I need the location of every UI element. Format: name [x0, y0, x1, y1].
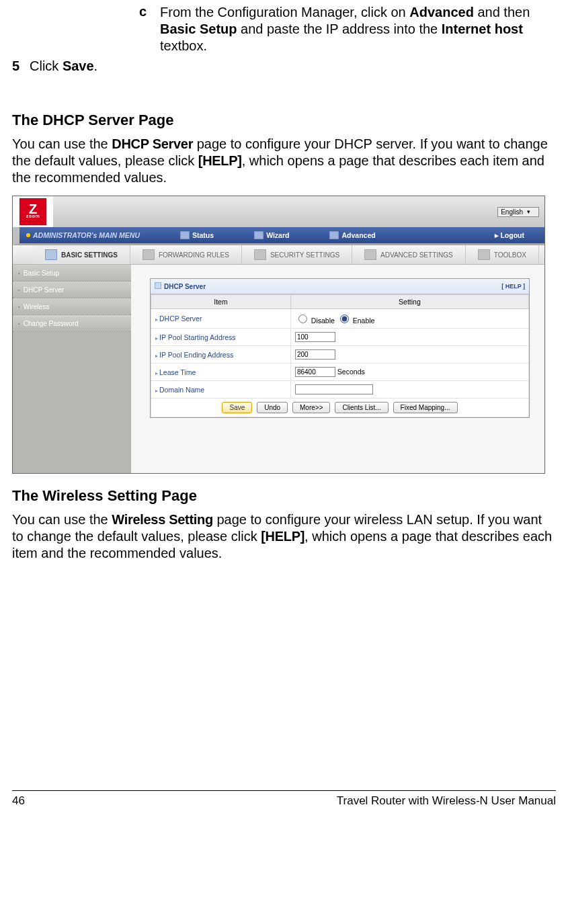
nav-logout[interactable]: ▸ Logout: [475, 231, 544, 239]
dhcp-section-paragraph: You can use the DHCP Server page to conf…: [12, 136, 556, 186]
router-admin-screenshot: Zzoom English ADMINISTRATOR's MAIN MENU …: [12, 196, 545, 474]
zoom-logo: Zzoom: [13, 196, 53, 227]
tab-toolbox[interactable]: TOOLBOX: [466, 245, 539, 264]
sidebar-item-wireless[interactable]: •Wireless: [13, 298, 131, 315]
forwarding-icon: [143, 249, 155, 260]
step-5-text: Click Save.: [30, 58, 97, 74]
basic-settings-icon: [45, 249, 57, 260]
wizard-icon: [254, 231, 263, 239]
nav-advanced[interactable]: Advanced: [309, 231, 395, 239]
wireless-section-paragraph: You can use the Wireless Setting page to…: [12, 511, 556, 562]
more-button[interactable]: More>>: [292, 402, 330, 413]
save-button[interactable]: Save: [222, 402, 252, 413]
language-dropdown[interactable]: English: [497, 207, 539, 217]
dhcp-section-title: The DHCP Server Page: [12, 112, 556, 129]
tab-advanced-settings[interactable]: ADVANCED SETTINGS: [352, 245, 466, 264]
help-link[interactable]: [ HELP ]: [501, 283, 525, 290]
row-ip-start-label: ▸IP Pool Starting Address: [151, 329, 291, 346]
panel-title: DHCP Server: [155, 282, 206, 290]
ip-end-input[interactable]: [295, 349, 335, 360]
domain-input[interactable]: [295, 384, 373, 394]
status-icon: [180, 231, 190, 239]
lease-input[interactable]: [295, 367, 335, 377]
tab-forwarding-rules[interactable]: FORWARDING RULES: [130, 245, 242, 264]
col-setting: Setting: [290, 295, 528, 309]
advanced-settings-icon: [364, 249, 376, 260]
tab-security-settings[interactable]: SECURITY SETTINGS: [242, 245, 352, 264]
main-menu-label: ADMINISTRATOR's MAIN MENU: [33, 231, 140, 239]
clients-list-button[interactable]: Clients List...: [335, 402, 388, 413]
footer-title: Travel Router with Wireless-N User Manua…: [337, 794, 556, 808]
fixed-mapping-button[interactable]: Fixed Mapping...: [393, 402, 458, 413]
ip-start-input[interactable]: [295, 332, 335, 342]
dhcp-enable-radio[interactable]: [340, 314, 349, 323]
security-icon: [254, 249, 266, 260]
sidebar: •Basic Setup •DHCP Server •Wireless •Cha…: [13, 265, 131, 473]
row-dhcp-label: ▸DHCP Server: [151, 309, 291, 329]
tab-basic-settings[interactable]: BASIC SETTINGS: [33, 245, 130, 264]
wireless-section-title: The Wireless Setting Page: [12, 487, 556, 505]
step-5-marker: 5: [12, 58, 23, 74]
row-ip-end-label: ▸IP Pool Ending Address: [151, 346, 291, 364]
nav-status[interactable]: Status: [160, 231, 234, 239]
undo-button[interactable]: Undo: [257, 402, 288, 413]
col-item: Item: [151, 295, 291, 309]
nav-wizard[interactable]: Wizard: [234, 231, 309, 239]
sidebar-item-dhcp-server[interactable]: •DHCP Server: [13, 282, 131, 298]
sidebar-item-basic-setup[interactable]: •Basic Setup: [13, 265, 131, 282]
toolbox-icon: [478, 249, 490, 260]
step-c-marker: c: [12, 4, 160, 54]
dhcp-disable-radio[interactable]: [298, 314, 307, 323]
row-domain-label: ▸Domain Name: [151, 381, 291, 398]
row-lease-label: ▸Lease Time: [151, 364, 291, 381]
page-number: 46: [12, 794, 25, 808]
advanced-icon: [329, 231, 339, 239]
step-c-text: From the Configuration Manager, click on…: [160, 4, 556, 54]
sidebar-item-change-password[interactable]: •Change Password: [13, 315, 131, 332]
